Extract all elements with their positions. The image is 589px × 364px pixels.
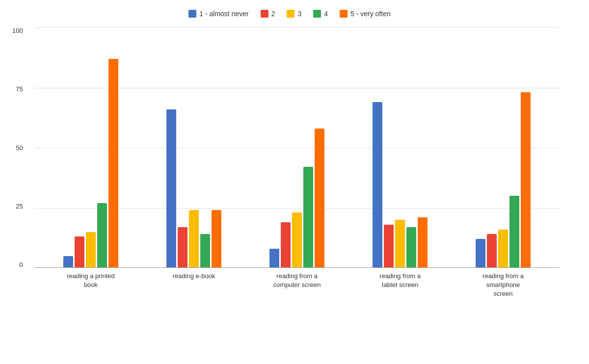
legend-label-0: 1 - almost never — [199, 10, 248, 18]
bar-group-1-series-1 — [178, 227, 187, 268]
bar-group-0-series-0 — [63, 256, 73, 268]
bar-group-3-series-1 — [384, 225, 394, 268]
legend-swatch-1 — [261, 10, 268, 18]
bar-group-2 — [269, 129, 324, 268]
bar-group-4-series-1 — [487, 234, 497, 268]
legend-item-1: 2 — [261, 10, 275, 18]
bar-group-4-series-2 — [498, 230, 508, 268]
bar-group-3-series-2 — [395, 220, 405, 268]
legend-item-0: 1 - almost never — [188, 10, 248, 18]
bar-group-0-series-3 — [97, 203, 107, 268]
legend-item-3: 4 — [313, 10, 328, 18]
bar-group-0 — [63, 59, 118, 268]
y-label-0: 0 — [12, 261, 23, 268]
y-label-100: 100 — [12, 27, 23, 34]
bar-group-1-series-3 — [200, 234, 210, 268]
bar-group-2-series-1 — [281, 222, 291, 268]
y-label-75: 75 — [12, 86, 23, 92]
bar-group-4-series-3 — [509, 196, 519, 268]
bar-group-2-series-0 — [269, 249, 279, 268]
bar-group-0-series-1 — [75, 236, 84, 268]
bar-group-1-series-0 — [166, 109, 176, 268]
bar-group-4 — [476, 92, 531, 268]
bar-group-2-series-4 — [315, 129, 324, 268]
bar-group-1 — [166, 109, 221, 268]
bar-group-3-series-3 — [406, 227, 416, 268]
bar-group-3-series-4 — [418, 217, 428, 268]
y-label-25: 25 — [12, 203, 23, 209]
legend-swatch-3 — [313, 10, 321, 18]
chart-baseline — [34, 267, 560, 268]
legend-label-1: 2 — [271, 10, 275, 18]
bar-group-2-series-2 — [292, 212, 302, 268]
bar-group-3 — [373, 102, 428, 268]
legend-label-2: 3 — [297, 10, 301, 18]
y-label-50: 50 — [12, 145, 23, 151]
legend-label-4: 5 - very often — [350, 10, 391, 18]
bar-group-4-series-0 — [476, 239, 485, 268]
bar-group-1-series-4 — [212, 210, 221, 268]
legend-swatch-0 — [188, 10, 196, 18]
bar-group-0-series-4 — [108, 59, 118, 268]
x-label-4: reading from asmartphonescreen — [469, 272, 537, 299]
x-label-1: reading e-book — [160, 272, 228, 299]
legend-swatch-2 — [287, 10, 294, 18]
legend-label-3: 4 — [324, 10, 328, 18]
x-label-0: reading a printedbook — [56, 272, 125, 299]
bar-group-0-series-2 — [86, 232, 96, 268]
x-label-3: reading from atablet screen — [366, 272, 434, 299]
bar-group-3-series-0 — [373, 102, 382, 268]
bar-group-4-series-4 — [521, 92, 531, 268]
legend-swatch-4 — [340, 10, 348, 18]
bar-group-2-series-3 — [303, 167, 313, 268]
legend-item-4: 5 - very often — [340, 10, 391, 18]
bar-group-1-series-2 — [189, 210, 199, 268]
legend-item-2: 3 — [287, 10, 301, 18]
x-label-2: reading from acomputer screen — [263, 272, 331, 299]
chart-container: 1 - almost never2345 - very often 100 75… — [0, 0, 589, 364]
chart-legend: 1 - almost never2345 - very often — [10, 10, 569, 18]
